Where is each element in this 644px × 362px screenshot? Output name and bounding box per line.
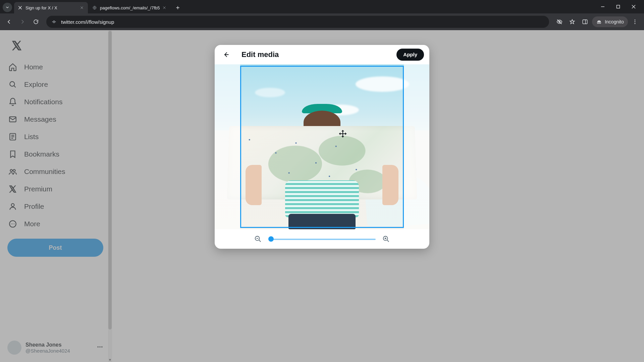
- svg-point-4: [597, 22, 599, 24]
- incognito-label: Incognito: [605, 19, 624, 24]
- svg-point-7: [635, 21, 636, 22]
- globe-favicon-icon: [92, 5, 97, 10]
- browser-tab-title: pageflows.com/_/emails/_/7fb5: [100, 5, 160, 10]
- window-minimize-button[interactable]: [595, 1, 610, 12]
- chrome-menu-button[interactable]: [629, 16, 641, 27]
- tab-close-button[interactable]: [79, 5, 85, 10]
- browser-tab-title: Sign up for X / X: [25, 5, 77, 10]
- browser-tab-1[interactable]: pageflows.com/_/emails/_/7fb5: [89, 2, 170, 13]
- modal-title: Edit media: [241, 50, 387, 59]
- incognito-indicator[interactable]: Incognito: [592, 16, 628, 27]
- bookmark-star-button[interactable]: [567, 16, 578, 27]
- nav-back-button[interactable]: [3, 16, 15, 27]
- tab-search-button[interactable]: [3, 3, 12, 12]
- new-tab-button[interactable]: [173, 3, 182, 12]
- nav-forward-button: [17, 16, 28, 27]
- edit-media-modal: Edit media Apply: [215, 45, 429, 249]
- svg-point-8: [635, 23, 636, 24]
- tracking-off-icon[interactable]: [554, 16, 565, 27]
- site-info-icon[interactable]: [50, 18, 58, 25]
- side-panel-button[interactable]: [579, 16, 591, 27]
- zoom-out-button[interactable]: [254, 235, 262, 243]
- zoom-in-button[interactable]: [382, 235, 390, 243]
- address-bar[interactable]: twitter.com/i/flow/signup: [46, 16, 549, 28]
- apply-button[interactable]: Apply: [396, 49, 424, 61]
- zoom-slider-track: [268, 239, 376, 240]
- svg-point-6: [635, 19, 636, 20]
- zoom-slider[interactable]: [268, 236, 376, 242]
- tab-close-button[interactable]: [162, 5, 167, 10]
- crop-rectangle[interactable]: [240, 66, 404, 228]
- window-close-button[interactable]: [626, 1, 641, 12]
- svg-rect-3: [583, 20, 587, 24]
- address-bar-url: twitter.com/i/flow/signup: [61, 19, 545, 25]
- modal-back-button[interactable]: [220, 49, 232, 61]
- apply-button-label: Apply: [403, 52, 417, 57]
- x-favicon-icon: [17, 5, 23, 10]
- svg-rect-1: [617, 5, 620, 8]
- svg-point-5: [599, 22, 601, 24]
- nav-reload-button[interactable]: [30, 16, 42, 27]
- crop-stage[interactable]: [215, 64, 429, 229]
- window-maximize-button[interactable]: [610, 1, 626, 12]
- browser-tab-0[interactable]: Sign up for X / X: [14, 2, 88, 13]
- zoom-slider-thumb[interactable]: [268, 236, 274, 242]
